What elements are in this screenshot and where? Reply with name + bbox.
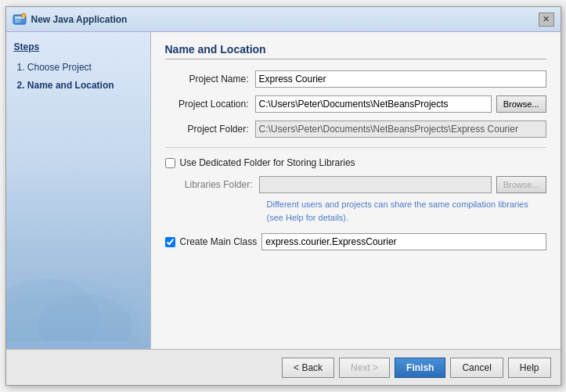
divider-1 <box>165 147 546 148</box>
steps-list: 1. Choose Project 2. Name and Location <box>14 59 142 95</box>
project-name-label: Project Name: <box>165 74 255 85</box>
libraries-folder-browse-button[interactable]: Browse... <box>496 176 546 193</box>
step-1: 1. Choose Project <box>14 59 142 77</box>
libraries-folder-label: Libraries Folder: <box>181 179 259 190</box>
title-bar: J New Java Application ✕ <box>6 7 561 32</box>
help-button[interactable]: Help <box>508 358 551 378</box>
svg-rect-2 <box>15 20 21 21</box>
section-title: Name and Location <box>165 43 546 59</box>
step-2-label: Name and Location <box>27 80 114 91</box>
libraries-folder-row: Libraries Folder: Browse... <box>165 176 546 193</box>
app-icon: J <box>13 13 27 27</box>
svg-text:J: J <box>22 13 24 18</box>
create-main-class-checkbox[interactable] <box>165 237 175 247</box>
dedicated-folder-row: Use Dedicated Folder for Storing Librari… <box>165 157 546 168</box>
main-content: Name and Location Project Name: Project … <box>151 32 561 349</box>
step-2: 2. Name and Location <box>14 77 142 95</box>
project-folder-label: Project Folder: <box>165 124 255 135</box>
svg-rect-3 <box>15 21 20 23</box>
project-location-input[interactable] <box>255 95 492 113</box>
steps-heading: Steps <box>14 41 142 52</box>
dialog-body: Steps 1. Choose Project 2. Name and Loca… <box>6 32 561 349</box>
libraries-folder-input[interactable] <box>259 176 492 193</box>
footer: < Back Next > Finish Cancel Help <box>6 349 561 385</box>
project-location-label: Project Location: <box>165 99 255 110</box>
create-main-class-input[interactable] <box>261 233 546 250</box>
next-button[interactable]: Next > <box>339 358 390 378</box>
create-main-class-label[interactable]: Create Main Class <box>180 236 258 247</box>
finish-button[interactable]: Finish <box>395 358 445 378</box>
step-1-number: 1. <box>17 62 25 73</box>
step-2-number: 2. <box>17 80 25 91</box>
watermark-graphic <box>6 239 139 341</box>
project-location-browse-button[interactable]: Browse... <box>496 95 546 113</box>
close-button[interactable]: ✕ <box>539 13 554 27</box>
dedicated-folder-checkbox[interactable] <box>165 158 175 168</box>
dialog-title: New Java Application <box>31 14 539 25</box>
project-name-input[interactable] <box>255 70 546 88</box>
project-folder-row: Project Folder: <box>165 120 546 138</box>
dialog: J New Java Application ✕ Steps 1. Choose… <box>5 6 561 386</box>
libraries-help-text: Different users and projects can share t… <box>165 198 546 224</box>
cancel-button[interactable]: Cancel <box>450 358 503 378</box>
sidebar: Steps 1. Choose Project 2. Name and Loca… <box>6 32 151 349</box>
dedicated-folder-label[interactable]: Use Dedicated Folder for Storing Librari… <box>180 157 355 168</box>
project-name-row: Project Name: <box>165 70 546 88</box>
project-location-row: Project Location: Browse... <box>165 95 546 113</box>
step-1-label: Choose Project <box>27 62 92 73</box>
back-button[interactable]: < Back <box>282 358 334 378</box>
project-folder-input <box>255 120 546 138</box>
create-main-class-row: Create Main Class <box>165 233 546 250</box>
